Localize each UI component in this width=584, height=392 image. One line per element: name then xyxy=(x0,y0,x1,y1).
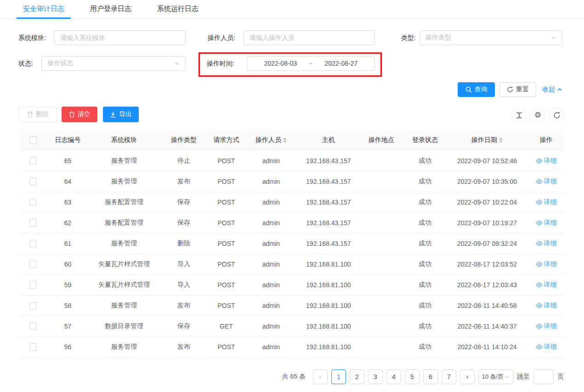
detail-link[interactable]: 详细 xyxy=(536,260,557,268)
cell-module: 服务配置管理 xyxy=(90,212,159,233)
column-header-method: 请求方式 xyxy=(209,130,244,150)
detail-link[interactable]: 详细 xyxy=(536,219,557,227)
cell-module: 服务管理 xyxy=(90,336,159,357)
page-button-3[interactable]: 3 xyxy=(368,369,383,384)
detail-link[interactable]: 详细 xyxy=(536,322,557,330)
cell-status: 成功 xyxy=(404,192,446,212)
pagination: 共 65 条 ‹ 1234567 › 10 条/页 跳至 页 xyxy=(282,369,564,384)
page-button-2[interactable]: 2 xyxy=(350,369,364,384)
cell-method: POST xyxy=(209,192,244,212)
cell-date: 2022-08-17 12:03:52 xyxy=(446,254,528,274)
column-header-date[interactable]: 操作日期 xyxy=(446,130,528,150)
cell-method: GET xyxy=(209,316,244,336)
chevron-up-icon xyxy=(557,87,562,92)
detail-link[interactable]: 详细 xyxy=(536,157,557,165)
cell-host: 192.168.81.100 xyxy=(299,254,358,274)
row-checkbox[interactable] xyxy=(29,240,37,247)
page-button-1[interactable]: 1 xyxy=(331,369,346,384)
column-header-login-status: 登录状态 xyxy=(404,130,446,150)
cell-status: 成功 xyxy=(404,336,446,357)
detail-link[interactable]: 详细 xyxy=(536,177,557,186)
eye-icon xyxy=(536,179,543,184)
clear-button[interactable]: 清空 xyxy=(62,107,97,122)
column-settings-button[interactable]: ⚙ xyxy=(530,108,545,123)
cell-host: 192.168.43.157 xyxy=(299,212,358,233)
row-checkbox[interactable] xyxy=(29,219,37,227)
tab-user-login-log[interactable]: 用户登录日志 xyxy=(84,0,138,18)
module-filter-input[interactable] xyxy=(54,30,186,45)
sort-icon[interactable] xyxy=(283,137,287,143)
select-all-checkbox[interactable] xyxy=(29,136,37,144)
detail-link-label: 详细 xyxy=(544,157,557,165)
cell-location xyxy=(358,295,404,316)
cell-host: 192.168.81.100 xyxy=(299,316,358,336)
cell-module: 服务管理 xyxy=(90,233,159,254)
cell-op-type: 保存 xyxy=(159,192,209,212)
tab-system-run-log[interactable]: 系统运行日志 xyxy=(151,0,205,18)
export-button[interactable]: 导出 xyxy=(103,107,139,122)
chevron-down-icon xyxy=(174,61,180,66)
cell-status: 成功 xyxy=(404,254,446,274)
table-row: 63服务配置管理保存POSTadmin192.168.43.157成功2022-… xyxy=(20,192,564,212)
sort-icon[interactable] xyxy=(499,137,503,143)
search-button[interactable]: 查询 xyxy=(458,82,495,97)
cell-log-id: 57 xyxy=(46,316,90,336)
status-filter-select[interactable]: 操作状态 xyxy=(41,56,186,71)
cell-location xyxy=(358,192,404,212)
prev-page-button[interactable]: ‹ xyxy=(313,369,328,384)
column-header-op-type: 操作类型 xyxy=(159,130,209,150)
detail-link[interactable]: 详细 xyxy=(536,239,557,248)
row-checkbox[interactable] xyxy=(29,302,37,309)
page-button-5[interactable]: 5 xyxy=(405,369,420,384)
security-audit-log-page: 安全审计日志 用户登录日志 系统运行日志 系统模块: 操作人员: 类型: 操作类… xyxy=(0,0,584,392)
row-checkbox[interactable] xyxy=(29,157,37,165)
module-filter-label: 系统模块: xyxy=(18,30,46,45)
cell-op-type: 导入 xyxy=(159,274,209,295)
cell-host: 192.168.81.100 xyxy=(299,274,358,295)
eye-icon xyxy=(536,344,543,350)
status-filter-label: 状态: xyxy=(18,56,33,71)
row-checkbox[interactable] xyxy=(29,281,37,289)
cell-date: 2022-08-11 14:40:58 xyxy=(446,295,528,316)
eye-icon xyxy=(536,282,543,288)
cell-host: 192.168.81.100 xyxy=(299,295,358,316)
type-filter-select[interactable]: 操作类型 xyxy=(420,30,562,45)
collapse-link[interactable]: 收起 xyxy=(542,82,562,97)
type-select-placeholder: 操作类型 xyxy=(425,34,451,42)
row-checkbox[interactable] xyxy=(29,343,37,351)
cell-module: 服务配置管理 xyxy=(90,192,159,212)
jump-to-input[interactable] xyxy=(533,369,554,384)
cell-log-id: 56 xyxy=(46,336,90,357)
operator-filter-input[interactable] xyxy=(244,30,375,45)
detail-link[interactable]: 详细 xyxy=(536,343,557,351)
detail-link[interactable]: 详细 xyxy=(536,301,557,310)
cell-op-type: 保存 xyxy=(159,212,209,233)
detail-link-label: 详细 xyxy=(544,239,557,248)
cell-module: 服务管理 xyxy=(90,171,159,192)
reset-button[interactable]: 重置 xyxy=(499,82,536,97)
next-page-button[interactable]: › xyxy=(460,369,475,384)
page-button-7[interactable]: 7 xyxy=(442,369,456,384)
page-size-select[interactable]: 10 条/页 xyxy=(478,369,513,384)
row-checkbox[interactable] xyxy=(29,199,37,206)
eye-icon xyxy=(536,220,543,226)
detail-link[interactable]: 详细 xyxy=(536,281,557,289)
refresh-button[interactable] xyxy=(549,108,564,123)
cell-location xyxy=(358,150,404,171)
page-button-6[interactable]: 6 xyxy=(423,369,438,384)
row-density-button[interactable] xyxy=(511,108,527,123)
page-button-4[interactable]: 4 xyxy=(386,369,401,384)
cell-module: 服务管理 xyxy=(90,295,159,316)
tab-security-audit-log[interactable]: 安全审计日志 xyxy=(17,0,71,18)
time-range-input[interactable]: 2022-08-03 ~ 2022-08-27 xyxy=(247,56,375,71)
column-header-operator[interactable]: 操作人员 xyxy=(244,130,299,150)
column-header-host: 主机 xyxy=(299,130,358,150)
trash-icon xyxy=(69,111,75,118)
row-checkbox[interactable] xyxy=(29,261,37,268)
cell-host: 192.168.43.157 xyxy=(299,233,358,254)
row-checkbox[interactable] xyxy=(29,178,37,185)
detail-link[interactable]: 详细 xyxy=(536,198,557,206)
row-checkbox[interactable] xyxy=(29,323,37,330)
delete-button[interactable]: 删除 xyxy=(18,107,57,122)
cell-location xyxy=(358,336,404,357)
